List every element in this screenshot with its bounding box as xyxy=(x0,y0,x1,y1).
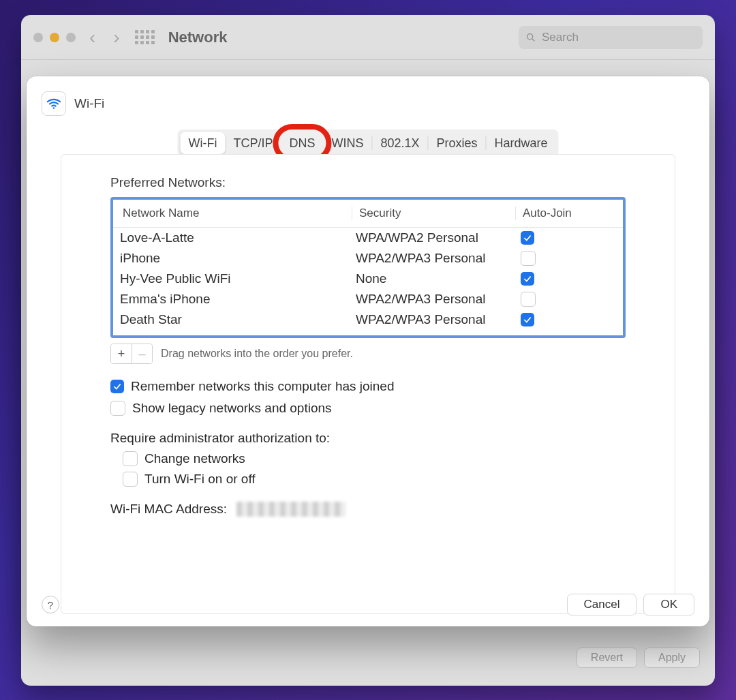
network-security-cell: WPA2/WPA3 Personal xyxy=(352,251,515,266)
auto-join-cell xyxy=(515,231,623,245)
column-auto-join[interactable]: Auto-Join xyxy=(515,207,623,220)
network-preferences-window: ‹ › Network Search Revert Apply Wi-Fi Wi… xyxy=(21,15,715,686)
cancel-button[interactable]: Cancel xyxy=(567,594,637,615)
revert-button[interactable]: Revert xyxy=(577,648,637,668)
wifi-panel: Preferred Networks: Network Name Securit… xyxy=(61,154,675,614)
tab-8021x[interactable]: 802.1X xyxy=(372,132,427,154)
auto-join-checkbox[interactable] xyxy=(521,231,534,245)
forward-button[interactable]: › xyxy=(109,28,123,47)
add-network-button[interactable]: + xyxy=(111,344,132,363)
auto-join-checkbox[interactable] xyxy=(521,272,534,286)
window-title: Network xyxy=(168,29,228,46)
svg-point-0 xyxy=(527,33,533,39)
search-icon xyxy=(525,32,536,43)
mac-address-row: Wi-Fi MAC Address: xyxy=(110,502,626,517)
apply-button[interactable]: Apply xyxy=(644,648,700,668)
legacy-networks-row[interactable]: Show legacy networks and options xyxy=(110,401,626,416)
window-controls xyxy=(33,33,76,42)
auto-join-cell xyxy=(515,272,623,286)
req-toggle-checkbox[interactable] xyxy=(123,472,138,487)
minimize-window-button[interactable] xyxy=(50,33,59,42)
preferred-networks-label: Preferred Networks: xyxy=(110,175,626,190)
table-row[interactable]: Death StarWPA2/WPA3 Personal xyxy=(113,309,623,330)
window-footer: Revert Apply xyxy=(577,648,700,668)
sheet-footer: ? Cancel OK xyxy=(42,594,694,615)
back-button[interactable]: ‹ xyxy=(85,28,99,47)
req-change-label: Change networks xyxy=(144,451,245,466)
table-body[interactable]: Love-A-LatteWPA/WPA2 PersonaliPhoneWPA2/… xyxy=(113,228,623,335)
remember-networks-label: Remember networks this computer has join… xyxy=(131,379,395,394)
table-row[interactable]: Hy-Vee Public WiFiNone xyxy=(113,269,623,289)
svg-point-2 xyxy=(53,107,55,109)
auto-join-cell xyxy=(515,251,623,266)
search-placeholder: Search xyxy=(542,31,579,44)
network-security-cell: WPA2/WPA3 Personal xyxy=(352,292,515,307)
titlebar: ‹ › Network Search xyxy=(21,15,715,60)
table-row[interactable]: iPhoneWPA2/WPA3 Personal xyxy=(113,248,623,269)
network-security-cell: None xyxy=(352,271,515,286)
tab-tcpip[interactable]: TCP/IP xyxy=(225,132,281,154)
network-name-cell: Love-A-Latte xyxy=(113,230,352,245)
mac-address-value-redacted xyxy=(236,502,346,517)
remove-network-button[interactable]: – xyxy=(132,344,152,363)
sheet-header: Wi-Fi xyxy=(42,91,104,116)
ok-button[interactable]: OK xyxy=(643,594,694,615)
column-security[interactable]: Security xyxy=(352,207,515,220)
table-header: Network Name Security Auto-Join xyxy=(113,200,623,228)
drag-hint: Drag networks into the order you prefer. xyxy=(161,348,353,360)
search-input[interactable]: Search xyxy=(519,26,703,49)
tab-hardware[interactable]: Hardware xyxy=(487,132,556,154)
auto-join-checkbox[interactable] xyxy=(521,313,534,326)
network-name-cell: Hy-Vee Public WiFi xyxy=(113,271,352,286)
require-auth-label: Require administrator authorization to: xyxy=(110,431,626,446)
svg-line-1 xyxy=(532,39,534,41)
table-row[interactable]: Emma's iPhoneWPA2/WPA3 Personal xyxy=(113,289,623,309)
close-window-button[interactable] xyxy=(33,33,43,42)
wifi-icon xyxy=(42,91,66,116)
req-toggle-row[interactable]: Turn Wi-Fi on or off xyxy=(123,472,626,487)
req-toggle-label: Turn Wi-Fi on or off xyxy=(144,472,256,487)
preferred-networks-table[interactable]: Network Name Security Auto-Join Love-A-L… xyxy=(110,197,626,338)
add-remove-row: + – Drag networks into the order you pre… xyxy=(110,344,626,364)
req-change-checkbox[interactable] xyxy=(123,451,138,466)
add-remove-controls: + – xyxy=(110,344,153,364)
auto-join-checkbox[interactable] xyxy=(521,292,536,307)
network-name-cell: iPhone xyxy=(113,251,352,266)
mac-address-label: Wi-Fi MAC Address: xyxy=(110,502,227,517)
tab-wifi[interactable]: Wi-Fi xyxy=(180,132,225,154)
show-all-icon[interactable] xyxy=(135,30,155,44)
tab-dns[interactable]: DNS xyxy=(281,132,323,154)
network-name-cell: Emma's iPhone xyxy=(113,292,352,307)
legacy-networks-checkbox[interactable] xyxy=(110,401,125,416)
network-security-cell: WPA2/WPA3 Personal xyxy=(352,312,515,327)
table-row[interactable]: Love-A-LatteWPA/WPA2 Personal xyxy=(113,228,623,248)
auto-join-cell xyxy=(515,292,623,307)
help-button[interactable]: ? xyxy=(42,596,59,613)
column-network-name[interactable]: Network Name xyxy=(113,207,352,220)
tab-wins[interactable]: WINS xyxy=(323,132,371,154)
zoom-window-button[interactable] xyxy=(66,33,76,42)
auto-join-cell xyxy=(515,313,623,326)
auto-join-checkbox[interactable] xyxy=(521,251,536,266)
wifi-advanced-sheet: Wi-Fi Wi-Fi TCP/IP DNS WINS 802.1X Proxi… xyxy=(27,76,709,626)
remember-networks-row[interactable]: Remember networks this computer has join… xyxy=(110,379,626,394)
legacy-networks-label: Show legacy networks and options xyxy=(132,401,332,416)
tab-strip: Wi-Fi TCP/IP DNS WINS 802.1X Proxies Har… xyxy=(177,130,558,157)
sheet-title: Wi-Fi xyxy=(74,96,104,111)
remember-networks-checkbox[interactable] xyxy=(110,380,124,393)
network-security-cell: WPA/WPA2 Personal xyxy=(352,230,515,245)
req-change-row[interactable]: Change networks xyxy=(123,451,626,466)
tab-proxies[interactable]: Proxies xyxy=(429,132,486,154)
network-name-cell: Death Star xyxy=(113,312,352,327)
